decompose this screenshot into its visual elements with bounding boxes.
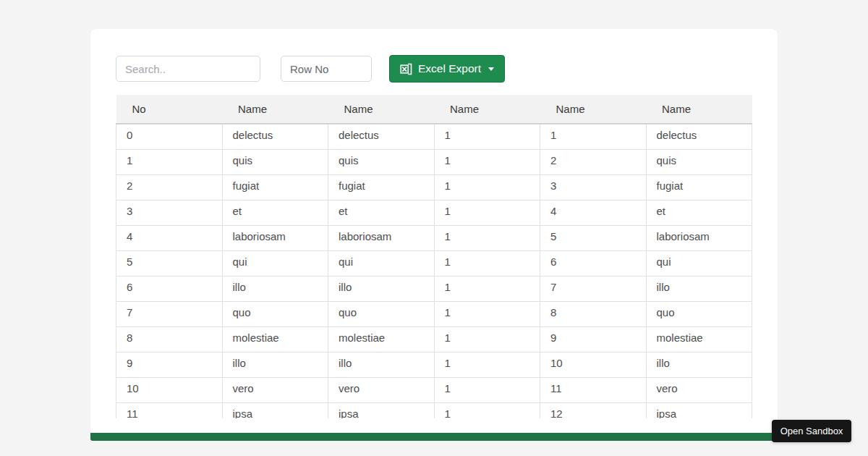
table-cell: 11	[540, 377, 647, 402]
table-cell: 6	[540, 250, 647, 276]
chevron-down-icon	[488, 67, 494, 71]
table-cell: fugiat	[328, 174, 435, 200]
table-cell: ipsa	[328, 402, 435, 418]
table-cell: delectus	[328, 124, 435, 149]
table-cell: laboriosam	[328, 225, 435, 250]
table-cell: molestiae	[646, 326, 752, 352]
table-cell: ipsa	[646, 402, 752, 418]
table-cell: 9	[116, 352, 223, 377]
excel-file-icon	[400, 63, 412, 75]
table-body: 0delectusdelectus11delectus1quisquis12qu…	[116, 124, 752, 418]
table-row: 3etet14et	[116, 200, 752, 225]
open-sandbox-label: Open Sandbox	[780, 426, 843, 436]
table-cell: qui	[222, 250, 328, 276]
table-cell: 1	[434, 352, 540, 377]
column-header: No	[116, 95, 223, 124]
excel-export-button[interactable]: Excel Export	[389, 55, 505, 83]
table-cell: vero	[222, 377, 328, 402]
table-cell: 0	[116, 124, 223, 149]
table-cell: quo	[328, 301, 435, 326]
table-cell: 10	[116, 377, 223, 402]
table-cell: 11	[116, 402, 223, 418]
search-input[interactable]	[116, 56, 260, 82]
table-row: 4laboriosamlaboriosam15laboriosam	[116, 225, 752, 250]
table-cell: 10	[540, 352, 647, 377]
table-cell: 1	[434, 225, 540, 250]
table-cell: quo	[646, 301, 752, 326]
table-cell: illo	[328, 276, 435, 301]
data-table: NoNameNameNameNameName 0delectusdelectus…	[116, 95, 752, 418]
app-card: Excel Export NoNameNameNameNameName 0del…	[90, 29, 778, 433]
table-cell: et	[646, 200, 752, 225]
column-header: Name	[434, 95, 540, 124]
table-cell: quis	[328, 149, 435, 174]
table-cell: illo	[328, 352, 435, 377]
table-cell: 1	[434, 149, 540, 174]
table-cell: ipsa	[222, 402, 328, 418]
column-header: Name	[540, 95, 647, 124]
column-header: Name	[328, 95, 435, 124]
table-cell: qui	[646, 250, 752, 276]
table-cell: 1	[434, 326, 540, 352]
table-cell: et	[222, 200, 328, 225]
table-cell: vero	[328, 377, 435, 402]
table-row: 7quoquo18quo	[116, 301, 752, 326]
table-row: 6illoillo17illo	[116, 276, 752, 301]
table-row: 10verovero111vero	[116, 377, 752, 402]
table-cell: fugiat	[222, 174, 328, 200]
table-cell: 1	[434, 200, 540, 225]
table-cell: fugiat	[646, 174, 752, 200]
table-row: 0delectusdelectus11delectus	[116, 124, 752, 149]
table-cell: laboriosam	[646, 225, 752, 250]
table-cell: molestiae	[222, 326, 328, 352]
table-cell: 5	[540, 225, 647, 250]
table-row: 2fugiatfugiat13fugiat	[116, 174, 752, 200]
table-cell: delectus	[646, 124, 752, 149]
open-sandbox-button[interactable]: Open Sandbox	[772, 420, 851, 442]
table-cell: 7	[540, 276, 647, 301]
table-cell: 7	[116, 301, 223, 326]
table-cell: qui	[328, 250, 435, 276]
data-table-container: NoNameNameNameNameName 0delectusdelectus…	[116, 95, 752, 418]
table-cell: 8	[540, 301, 647, 326]
table-cell: laboriosam	[222, 225, 328, 250]
table-cell: 2	[540, 149, 647, 174]
table-cell: 1	[434, 276, 540, 301]
table-cell: illo	[646, 352, 752, 377]
table-cell: 1	[434, 377, 540, 402]
table-header-row: NoNameNameNameNameName	[116, 95, 752, 124]
column-header: Name	[646, 95, 752, 124]
table-cell: 1	[434, 124, 540, 149]
table-cell: 12	[540, 402, 647, 418]
table-cell: 6	[116, 276, 223, 301]
table-cell: 5	[116, 250, 223, 276]
progress-bar	[90, 433, 778, 441]
table-row: 5quiqui16qui	[116, 250, 752, 276]
table-cell: et	[328, 200, 435, 225]
table-cell: 3	[116, 200, 223, 225]
table-cell: 9	[540, 326, 647, 352]
table-cell: quo	[222, 301, 328, 326]
table-row: 9illoillo110illo	[116, 352, 752, 377]
table-cell: 1	[434, 174, 540, 200]
table-row: 8molestiaemolestiae19molestiae	[116, 326, 752, 352]
table-row: 1quisquis12quis	[116, 149, 752, 174]
table-cell: 2	[116, 174, 223, 200]
row-no-input[interactable]	[281, 56, 372, 82]
table-cell: quis	[222, 149, 328, 174]
table-cell: delectus	[222, 124, 328, 149]
table-cell: 1	[434, 402, 540, 418]
table-cell: 1	[116, 149, 223, 174]
table-cell: quis	[646, 149, 752, 174]
table-row: 11ipsaipsa112ipsa	[116, 402, 752, 418]
table-cell: 8	[116, 326, 223, 352]
table-cell: 3	[540, 174, 647, 200]
table-cell: 1	[540, 124, 647, 149]
table-cell: molestiae	[328, 326, 435, 352]
table-cell: 1	[434, 250, 540, 276]
table-cell: illo	[222, 276, 328, 301]
table-cell: 1	[434, 301, 540, 326]
excel-export-label: Excel Export	[418, 62, 481, 75]
table-cell: illo	[646, 276, 752, 301]
table-cell: vero	[646, 377, 752, 402]
